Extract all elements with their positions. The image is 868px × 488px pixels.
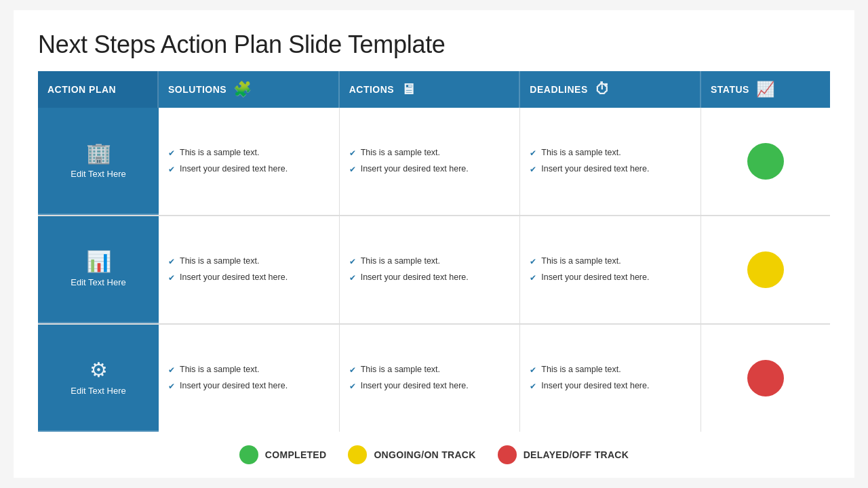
actions-cell-1: ✔ This is a sample text. ✔ Insert your d… — [340, 108, 521, 215]
check-icon: ✔ — [530, 381, 536, 392]
legend-circle-red — [498, 445, 517, 464]
status-indicator-yellow — [747, 251, 784, 288]
timer-icon: ⏱ — [595, 81, 610, 98]
status-cell-3 — [701, 325, 830, 432]
slide: Next Steps Action Plan Slide Template AC… — [14, 10, 854, 478]
monitor-icon: 🖥 — [401, 81, 416, 98]
list-item: ✔ Insert your desired text here. — [530, 163, 691, 176]
check-icon: ✔ — [349, 256, 356, 268]
th-actions: ACTIONS 🖥 — [340, 71, 521, 108]
puzzle-icon: 🧩 — [233, 81, 252, 98]
legend-item-completed: COMPLETED — [239, 445, 327, 464]
table: ACTION PLAN SOLUTIONS 🧩 ACTIONS 🖥 DEADLI… — [38, 71, 830, 432]
legend-circle-green — [239, 445, 258, 464]
list-item: ✔ Insert your desired text here. — [349, 272, 511, 284]
deadlines-cell-2: ✔ This is a sample text. ✔ Insert your d… — [520, 216, 701, 323]
th-status: STATUS 📈 — [701, 71, 830, 108]
check-icon: ✔ — [168, 272, 175, 284]
actions-cell-2: ✔ This is a sample text. ✔ Insert your d… — [340, 216, 521, 323]
chart-bar-icon: 📊 — [86, 251, 111, 272]
check-icon: ✔ — [530, 148, 536, 159]
slide-title: Next Steps Action Plan Slide Template — [38, 30, 830, 59]
row-header-1[interactable]: 🏢 Edit Text Here — [38, 108, 159, 215]
table-body: 🏢 Edit Text Here ✔ This is a sample text… — [38, 108, 830, 432]
list-item: ✔ This is a sample text. — [168, 364, 330, 376]
check-icon: ✔ — [168, 381, 175, 392]
check-icon: ✔ — [168, 256, 175, 268]
list-item: ✔ Insert your desired text here. — [349, 163, 511, 176]
check-icon: ✔ — [349, 148, 356, 159]
list-item: ✔ This is a sample text. — [349, 364, 511, 376]
list-item: ✔ Insert your desired text here. — [530, 380, 691, 392]
list-item: ✔ This is a sample text. — [530, 256, 691, 268]
list-item: ✔ This is a sample text. — [349, 256, 511, 268]
solutions-cell-3: ✔ This is a sample text. ✔ Insert your d… — [159, 325, 340, 432]
list-item: ✔ This is a sample text. — [168, 256, 330, 268]
list-item: ✔ Insert your desired text here. — [530, 272, 691, 284]
table-header: ACTION PLAN SOLUTIONS 🧩 ACTIONS 🖥 DEADLI… — [38, 71, 830, 108]
legend-item-ongoing: ONGOING/ON TRACK — [348, 445, 475, 464]
check-icon: ✔ — [168, 164, 175, 176]
list-item: ✔ Insert your desired text here. — [168, 380, 330, 392]
check-icon: ✔ — [530, 164, 536, 176]
building-icon: 🏢 — [86, 143, 111, 163]
check-icon: ✔ — [168, 148, 175, 159]
table-row: 📊 Edit Text Here ✔ This is a sample text… — [38, 216, 830, 325]
list-item: ✔ Insert your desired text here. — [168, 272, 330, 284]
deadlines-cell-3: ✔ This is a sample text. ✔ Insert your d… — [520, 325, 701, 432]
check-icon: ✔ — [349, 164, 356, 176]
list-item: ✔ Insert your desired text here. — [349, 380, 511, 392]
gear-icon: ⚙ — [90, 360, 108, 380]
check-icon: ✔ — [349, 365, 356, 376]
row-header-3[interactable]: ⚙ Edit Text Here — [38, 325, 159, 432]
legend: COMPLETED ONGOING/ON TRACK DELAYED/OFF T… — [38, 441, 830, 464]
status-indicator-red — [747, 360, 784, 396]
check-icon: ✔ — [349, 381, 356, 392]
th-action-plan: ACTION PLAN — [38, 71, 159, 108]
list-item: ✔ This is a sample text. — [349, 147, 511, 159]
th-deadlines: DEADLINES ⏱ — [520, 71, 701, 108]
list-item: ✔ Insert your desired text here. — [168, 163, 330, 176]
status-cell-2 — [701, 216, 830, 323]
legend-item-delayed: DELAYED/OFF TRACK — [498, 445, 629, 464]
legend-circle-yellow — [348, 445, 367, 464]
deadlines-cell-1: ✔ This is a sample text. ✔ Insert your d… — [520, 108, 701, 215]
list-item: ✔ This is a sample text. — [530, 364, 691, 376]
list-item: ✔ This is a sample text. — [530, 147, 691, 159]
status-indicator-green — [747, 143, 784, 180]
check-icon: ✔ — [530, 256, 536, 268]
solutions-cell-1: ✔ This is a sample text. ✔ Insert your d… — [159, 108, 340, 215]
status-cell-1 — [701, 108, 830, 215]
table-row: ⚙ Edit Text Here ✔ This is a sample text… — [38, 325, 830, 432]
table-row: 🏢 Edit Text Here ✔ This is a sample text… — [38, 108, 830, 216]
check-icon: ✔ — [530, 365, 536, 376]
check-icon: ✔ — [168, 365, 175, 376]
solutions-cell-2: ✔ This is a sample text. ✔ Insert your d… — [159, 216, 340, 323]
actions-cell-3: ✔ This is a sample text. ✔ Insert your d… — [340, 325, 521, 432]
check-icon: ✔ — [530, 272, 536, 284]
th-solutions: SOLUTIONS 🧩 — [159, 71, 340, 108]
check-icon: ✔ — [349, 272, 356, 284]
chart-icon: 📈 — [756, 81, 775, 98]
row-header-2[interactable]: 📊 Edit Text Here — [38, 216, 159, 323]
list-item: ✔ This is a sample text. — [168, 147, 330, 159]
